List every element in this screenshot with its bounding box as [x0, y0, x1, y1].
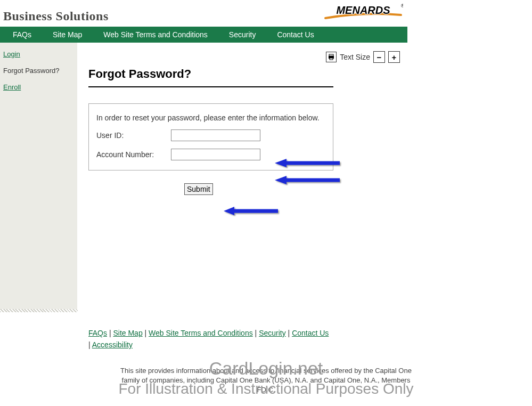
sidebar-divider [0, 309, 78, 312]
main-panel: Text Size − + Forgot Password? In order … [78, 43, 407, 195]
footer-terms[interactable]: Web Site Terms and Conditions [149, 329, 253, 337]
sidebar-login[interactable]: Login [3, 50, 74, 58]
user-id-label: User ID: [96, 131, 171, 140]
sidebar-enroll[interactable]: Enroll [3, 83, 74, 91]
footer-accessibility[interactable]: Accessibility [92, 340, 133, 349]
footer-sitemap[interactable]: Site Map [113, 329, 142, 337]
form-intro: In order to reset your password, please … [96, 113, 325, 122]
account-number-label: Account Number: [96, 150, 171, 159]
footer-faqs[interactable]: FAQs [88, 329, 107, 337]
footer-security[interactable]: Security [259, 329, 286, 337]
nav-security[interactable]: Security [218, 27, 267, 43]
print-icon[interactable] [326, 52, 337, 62]
nav-sitemap[interactable]: Site Map [42, 27, 93, 43]
nav-contact[interactable]: Contact Us [266, 27, 324, 43]
footer-links: FAQs | Site Map | Web Site Terms and Con… [88, 312, 387, 351]
submit-button[interactable]: Submit [184, 183, 213, 195]
sidebar-forgot-current: Forgot Password? [3, 67, 74, 75]
page-heading: Forgot Password? [88, 67, 402, 81]
footer-contact[interactable]: Contact Us [292, 329, 329, 337]
svg-text:®: ® [401, 3, 403, 9]
legal-disclaimer: This site provides information about and… [117, 366, 415, 395]
forgot-password-form: In order to reset your password, please … [88, 103, 333, 170]
account-number-input[interactable] [171, 149, 260, 160]
brand-logo: MENARDS ® [323, 2, 407, 23]
text-size-plus-button[interactable]: + [388, 51, 400, 63]
text-size-minus-button[interactable]: − [373, 51, 385, 63]
text-size-label: Text Size [340, 53, 370, 61]
user-id-input[interactable] [171, 129, 260, 141]
svg-rect-1 [329, 54, 333, 56]
logo-text: MENARDS [336, 4, 390, 16]
sidebar: Login Forgot Password? Enroll [0, 43, 78, 309]
top-nav: FAQs Site Map Web Site Terms and Conditi… [0, 27, 407, 43]
nav-terms[interactable]: Web Site Terms and Conditions [93, 27, 218, 43]
site-title: Business Solutions [3, 9, 109, 23]
heading-rule [88, 86, 333, 87]
header: Business Solutions MENARDS ® [0, 0, 407, 27]
svg-rect-3 [330, 58, 333, 60]
nav-faqs[interactable]: FAQs [2, 27, 42, 43]
text-size-toolbar: Text Size − + [88, 51, 402, 63]
